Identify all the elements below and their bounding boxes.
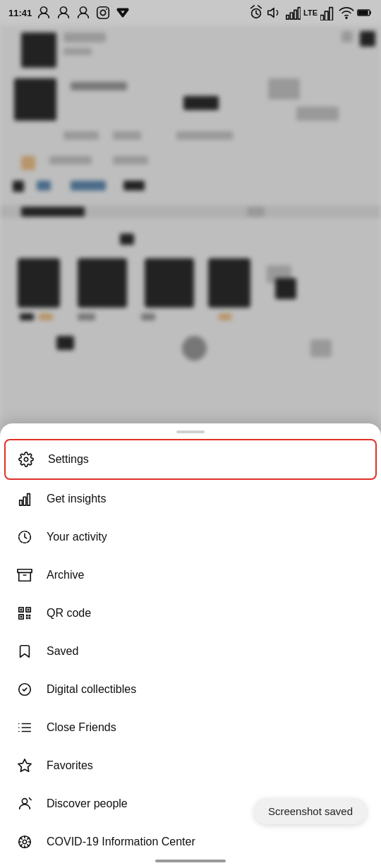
svg-point-1 <box>61 7 67 13</box>
blurred-content <box>0 25 381 438</box>
volume-icon <box>267 5 282 20</box>
svg-point-4 <box>101 10 106 15</box>
wifi-icon <box>339 5 354 20</box>
svg-line-51 <box>28 845 29 846</box>
svg-point-2 <box>80 7 87 13</box>
svg-rect-12 <box>298 8 301 20</box>
menu-label-qr-code: QR code <box>47 607 91 620</box>
svg-point-16 <box>346 17 347 18</box>
time: 11:41 <box>8 8 32 18</box>
menu-item-close-friends[interactable]: Close Friends <box>0 709 381 747</box>
menu-item-favorites[interactable]: Favorites <box>0 747 381 785</box>
svg-line-52 <box>28 838 29 839</box>
snapchat-icon-1 <box>36 5 52 20</box>
menu-label-discover-people: Discover people <box>47 797 128 810</box>
screenshot-toast: Screenshot saved <box>254 798 367 824</box>
menu-label-settings: Settings <box>48 453 89 466</box>
svg-rect-22 <box>28 494 30 506</box>
drag-handle[interactable] <box>176 430 205 433</box>
collectibles-icon <box>16 680 34 699</box>
menu-item-get-insights[interactable]: Get insights <box>0 480 381 518</box>
status-bar: 11:41 LTE <box>0 0 381 25</box>
archive-icon <box>16 566 34 584</box>
insights-icon <box>16 490 34 508</box>
snapchat-icon-2 <box>56 5 71 20</box>
menu-label-get-insights: Get insights <box>47 493 106 505</box>
alarm-icon <box>248 5 264 20</box>
svg-point-45 <box>23 840 27 844</box>
svg-line-53 <box>20 845 22 846</box>
svg-marker-41 <box>18 759 31 771</box>
menu-item-covid-info[interactable]: COVID-19 Information Center <box>0 823 381 861</box>
svg-rect-28 <box>28 609 30 611</box>
network-icon <box>285 5 301 20</box>
svg-point-42 <box>22 799 27 804</box>
svg-rect-14 <box>325 11 328 20</box>
svg-rect-33 <box>29 617 31 620</box>
menu-item-qr-code[interactable]: QR code <box>0 594 381 632</box>
svg-rect-3 <box>97 7 109 19</box>
menu-label-your-activity: Your activity <box>47 531 107 543</box>
svg-rect-15 <box>329 8 333 20</box>
menu-label-archive: Archive <box>47 569 84 581</box>
svg-rect-30 <box>26 615 28 617</box>
activity-icon <box>16 528 34 546</box>
svg-rect-27 <box>20 609 23 611</box>
settings-icon <box>17 450 35 469</box>
snapchat-icon-3 <box>75 5 91 20</box>
home-indicator <box>155 860 226 862</box>
svg-rect-31 <box>29 615 31 617</box>
blurred-background: 11:41 LTE <box>0 0 381 438</box>
svg-rect-18 <box>358 11 368 15</box>
menu-label-covid-info: COVID-19 Information Center <box>47 836 195 848</box>
menu-label-digital-collectibles: Digital collectibles <box>47 683 136 696</box>
qr-icon <box>16 604 34 622</box>
discover-icon <box>16 795 34 813</box>
menu-label-saved: Saved <box>47 645 78 658</box>
battery-icon <box>357 5 373 20</box>
svg-point-0 <box>41 7 47 13</box>
menu-item-your-activity[interactable]: Your activity <box>0 518 381 556</box>
lte-badge: LTE <box>303 8 318 17</box>
menu-label-favorites: Favorites <box>47 759 93 772</box>
svg-point-19 <box>24 457 28 462</box>
svg-rect-11 <box>294 10 297 19</box>
dropdown-icon <box>115 5 131 20</box>
toast-text: Screenshot saved <box>268 805 353 817</box>
svg-marker-8 <box>268 8 274 18</box>
svg-rect-29 <box>20 616 23 618</box>
covid-icon <box>16 833 34 851</box>
favorites-icon <box>16 757 34 775</box>
menu-item-settings[interactable]: Settings <box>4 439 377 480</box>
saved-icon <box>16 642 34 661</box>
status-right: LTE <box>248 5 373 20</box>
svg-marker-6 <box>119 10 128 16</box>
close-friends-icon <box>16 718 34 737</box>
bottom-sheet: Settings Get insights Your activity Arch… <box>0 423 381 868</box>
svg-rect-20 <box>20 500 23 505</box>
menu-item-digital-collectibles[interactable]: Digital collectibles <box>0 670 381 709</box>
menu-label-close-friends: Close Friends <box>47 721 116 734</box>
instagram-icon <box>95 5 111 20</box>
svg-rect-10 <box>290 13 293 19</box>
svg-rect-21 <box>23 497 26 505</box>
svg-point-5 <box>106 8 107 10</box>
menu-item-saved[interactable]: Saved <box>0 632 381 670</box>
svg-line-43 <box>29 798 31 800</box>
menu-item-archive[interactable]: Archive <box>0 556 381 594</box>
svg-rect-9 <box>286 16 289 19</box>
signal-bars <box>320 5 336 20</box>
status-left: 11:41 <box>8 5 131 20</box>
svg-rect-13 <box>320 16 324 20</box>
svg-line-50 <box>20 838 22 839</box>
svg-rect-32 <box>26 617 28 620</box>
